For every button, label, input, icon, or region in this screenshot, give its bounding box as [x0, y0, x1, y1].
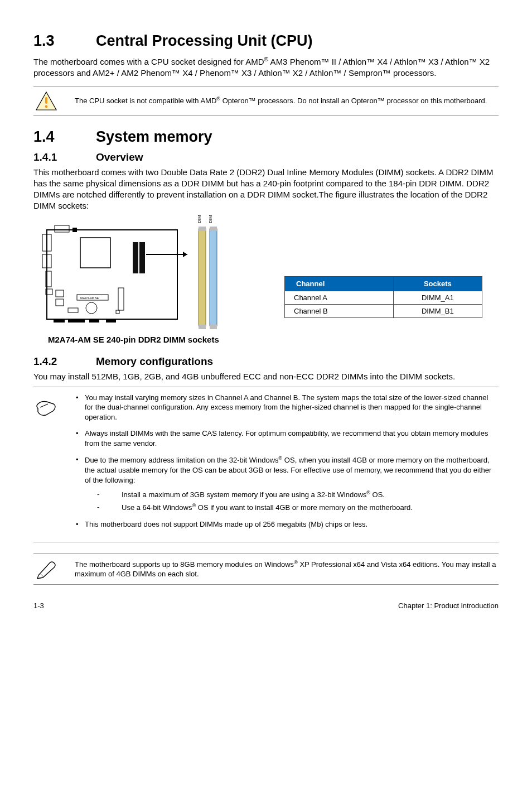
subsection-number: 1.4.2	[33, 355, 96, 368]
list-item: Due to the memory address limitation on …	[75, 455, 499, 513]
section-1-4-1-heading: 1.4.1 Overview	[33, 151, 499, 163]
section-1-3-heading: 1.3 Central Processing Unit (CPU)	[33, 32, 499, 50]
text: OS.	[370, 491, 385, 499]
svg-rect-21	[68, 319, 85, 323]
svg-rect-31	[210, 325, 217, 329]
dimm-diagram-row: M2A74-AM SE	[33, 215, 499, 333]
cell-channel: Channel B	[285, 304, 394, 317]
hand-icon	[33, 396, 59, 418]
svg-rect-17	[116, 310, 119, 314]
hand-note: You may install varying memory sizes in …	[33, 387, 499, 542]
svg-point-15	[86, 302, 97, 314]
list-item: You may install varying memory sizes in …	[75, 393, 499, 422]
section-title: System memory	[96, 128, 212, 146]
svg-rect-22	[89, 319, 99, 323]
subsection-number: 1.4.1	[33, 151, 96, 163]
subsection-title: Memory configurations	[96, 355, 213, 368]
text: OS if you want to install 4GB or more me…	[196, 504, 413, 512]
text: The motherboard supports up to 8GB memor…	[75, 560, 294, 569]
page-footer: 1-3 Chapter 1: Product introduction	[33, 601, 499, 610]
text: Use a 64-bit Windows	[122, 504, 192, 512]
text: Always install DIMMs with the same CAS l…	[85, 429, 488, 447]
registered-mark: ®	[366, 490, 370, 495]
svg-rect-19	[139, 242, 145, 273]
svg-rect-30	[199, 325, 206, 329]
section-1-4-2-paragraph: You may install 512MB, 1GB, 2GB, and 4GB…	[33, 371, 499, 382]
text: This motherboard does not support DIMMs …	[85, 520, 367, 528]
pencil-note: The motherboard supports up to 8GB memor…	[33, 553, 499, 585]
svg-point-1	[45, 105, 48, 108]
section-number: 1.4	[33, 128, 96, 146]
svg-rect-0	[45, 97, 47, 104]
caution-note: The CPU socket is not compatible with AM…	[33, 86, 499, 116]
table-header-sockets: Sockets	[393, 276, 482, 291]
svg-text:M2A74-AM SE: M2A74-AM SE	[80, 296, 99, 300]
cell-socket: DIMM_B1	[393, 304, 482, 317]
svg-rect-10	[56, 290, 64, 297]
text: Install a maximum of 3GB system memory i…	[122, 491, 366, 499]
section-1-3-paragraph: The motherboard comes with a CPU socket …	[33, 55, 499, 79]
svg-rect-27	[210, 229, 217, 326]
subsection-title: Overview	[96, 151, 143, 163]
text: The CPU socket is not compatible with AM…	[75, 97, 216, 105]
chapter-label: Chapter 1: Product introduction	[398, 601, 499, 610]
svg-rect-3	[55, 225, 69, 232]
svg-rect-29	[210, 227, 217, 231]
section-1-4-1-paragraph: This motherboard comes with two Double D…	[33, 167, 499, 212]
list-item: Always install DIMMs with the same CAS l…	[75, 429, 499, 448]
registered-mark: ®	[294, 560, 298, 565]
table-header-channel: Channel	[285, 276, 394, 291]
cell-socket: DIMM_A1	[393, 291, 482, 304]
list-item: This motherboard does not support DIMMs …	[75, 519, 499, 530]
note-content: You may install varying memory sizes in …	[75, 393, 499, 536]
section-title: Central Processing Unit (CPU)	[96, 32, 313, 50]
cell-channel: Channel A	[285, 291, 394, 304]
text: Due to the memory address limitation on …	[85, 456, 279, 465]
socket-table: Channel Sockets Channel A DIMM_A1 Channe…	[284, 276, 482, 318]
svg-rect-11	[56, 299, 64, 306]
page-number: 1-3	[33, 601, 44, 610]
dimm-b1-label: DIMM_B1	[208, 215, 213, 223]
svg-rect-28	[199, 227, 206, 231]
text: You may install varying memory sizes in …	[85, 393, 488, 421]
section-1-4-heading: 1.4 System memory	[33, 128, 499, 146]
dimm-a1-label: DIMM_A1	[197, 215, 202, 223]
svg-rect-23	[106, 319, 116, 323]
text: The motherboard comes with a CPU socket …	[33, 57, 264, 66]
svg-rect-2	[47, 230, 177, 319]
pencil-icon	[33, 559, 59, 580]
motherboard-diagram: M2A74-AM SE	[33, 215, 245, 333]
section-number: 1.3	[33, 32, 96, 50]
pencil-note-text: The motherboard supports up to 8GB memor…	[75, 559, 499, 579]
table-row: Channel A DIMM_A1	[285, 291, 482, 304]
svg-rect-18	[133, 242, 138, 273]
svg-rect-9	[80, 238, 110, 268]
svg-rect-20	[54, 319, 65, 323]
diagram-caption: M2A74-AM SE 240-pin DDR2 DIMM sockets	[48, 335, 499, 344]
caution-icon	[33, 91, 59, 111]
caution-text: The CPU socket is not compatible with AM…	[75, 95, 499, 106]
list-item: Use a 64-bit Windows® OS if you want to …	[97, 502, 499, 513]
svg-rect-4	[72, 228, 77, 232]
svg-rect-16	[118, 288, 124, 310]
table-row: Channel B DIMM_B1	[285, 304, 482, 317]
svg-rect-26	[199, 229, 206, 326]
svg-marker-25	[183, 252, 187, 257]
text: Opteron™ processors. Do not install an O…	[220, 97, 487, 105]
svg-rect-14	[68, 308, 78, 312]
section-1-4-2-heading: 1.4.2 Memory configurations	[33, 355, 499, 368]
page: 1.3 Central Processing Unit (CPU) The mo…	[0, 0, 532, 632]
list-item: Install a maximum of 3GB system memory i…	[97, 489, 499, 500]
